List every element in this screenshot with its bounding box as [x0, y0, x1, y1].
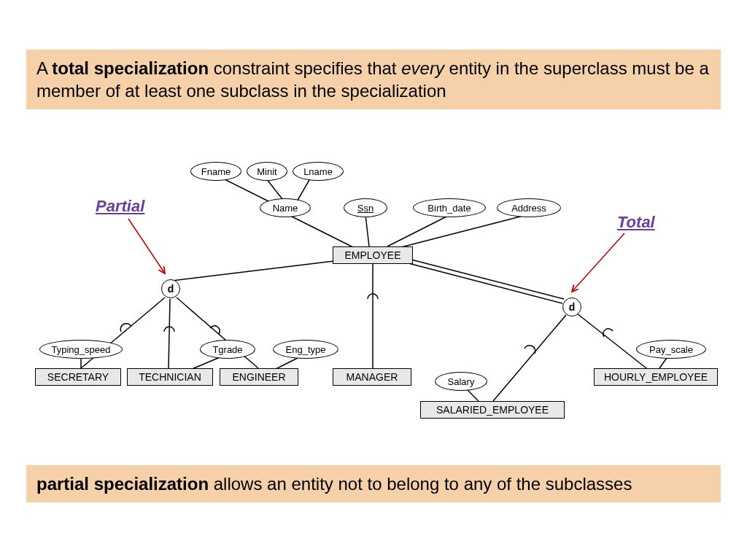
attr-birthdate: Birth_date [413, 198, 486, 217]
attr-minit: Minit [247, 162, 287, 181]
attr-address: Address [497, 198, 561, 217]
svg-line-9 [406, 262, 562, 303]
entity-engineer: ENGINEER [220, 368, 298, 386]
attr-payscale: Pay_scale [636, 340, 706, 359]
attr-engtype: Eng_type [273, 340, 338, 359]
svg-line-22 [572, 233, 624, 292]
entity-hourly-employee: HOURLY_EMPLOYEE [594, 368, 718, 386]
svg-line-14 [493, 315, 566, 401]
attr-ssn: Ssn [344, 198, 387, 217]
entity-manager: MANAGER [333, 368, 411, 386]
svg-line-12 [169, 299, 170, 368]
svg-line-7 [172, 260, 340, 281]
attr-name: Name [260, 198, 311, 217]
bottom-text-box: partial specialization allows an entity … [26, 465, 721, 502]
entity-technician: TECHNICIAN [127, 368, 213, 386]
top-text-ital: every [401, 58, 444, 78]
svg-line-8 [406, 258, 564, 299]
top-text-bold: total specialization [52, 58, 209, 78]
bottom-text-post: allows an entity not to belong to any of… [209, 474, 632, 494]
eer-diagram: Fname Minit Lname Name Ssn Birth_date Ad… [26, 153, 721, 452]
top-text-mid: constraint specifies that [209, 58, 401, 78]
attr-lname: Lname [293, 162, 344, 181]
label-partial: Partial [96, 197, 144, 216]
svg-line-6 [398, 215, 526, 248]
svg-line-15 [577, 314, 646, 368]
svg-line-4 [365, 215, 369, 246]
svg-line-5 [387, 215, 449, 246]
svg-line-3 [289, 215, 355, 248]
label-total: Total [617, 213, 655, 232]
entity-employee: EMPLOYEE [333, 246, 413, 264]
top-text-pre: A [36, 58, 52, 78]
svg-line-21 [128, 219, 165, 273]
disjoint-right: d [562, 298, 581, 316]
top-text-box: A total specialization constraint specif… [26, 50, 721, 109]
attr-salary: Salary [435, 372, 487, 391]
attr-fname: Fname [190, 162, 241, 181]
entity-secretary: SECRETARY [35, 368, 121, 386]
bottom-text-bold: partial specialization [36, 474, 209, 494]
attr-typingspeed: Typing_speed [39, 340, 123, 359]
disjoint-left: d [161, 279, 180, 298]
entity-salaried-employee: SALARIED_EMPLOYEE [420, 401, 565, 419]
attr-tgrade: Tgrade [200, 340, 255, 359]
